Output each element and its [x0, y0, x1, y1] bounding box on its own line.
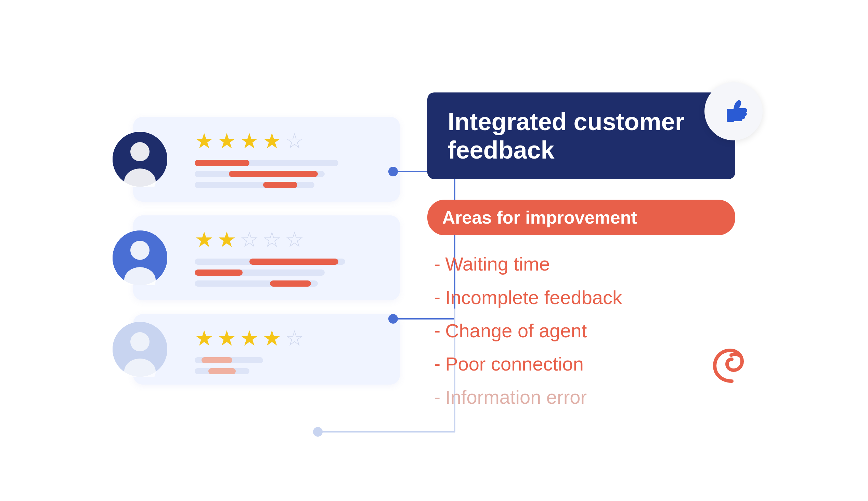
- thumbs-up-icon: [704, 82, 762, 140]
- areas-badge: Areas for improvement: [427, 200, 735, 235]
- bar-track: [195, 368, 250, 374]
- improvement-label: Waiting time: [445, 252, 550, 275]
- main-container: ★ ★ ★ ★ ☆: [24, 20, 845, 482]
- bar-fill: [270, 280, 311, 287]
- bar-row: [195, 357, 385, 363]
- star-filled: ★: [240, 130, 259, 152]
- bar-fill: [201, 357, 232, 363]
- stars-2: ★ ★ ☆ ☆ ☆: [195, 229, 385, 250]
- star-filled: ★: [217, 130, 237, 152]
- bar-track: [195, 269, 325, 276]
- review-card-1: ★ ★ ★ ★ ☆: [133, 117, 400, 202]
- bar-group-3: [195, 357, 385, 374]
- improvement-label: Information error: [445, 386, 587, 408]
- star-empty: ☆: [285, 130, 304, 152]
- bar-row: [195, 171, 385, 177]
- bar-fill: [195, 269, 243, 276]
- review-card-3: ★ ★ ★ ★ ☆: [133, 314, 400, 385]
- bar-fill: [195, 160, 250, 166]
- star-filled: ★: [195, 130, 214, 152]
- bar-track: [195, 171, 325, 177]
- svg-point-1: [130, 142, 150, 161]
- stars-3: ★ ★ ★ ★ ☆: [195, 328, 385, 349]
- right-side: Integrated customer feedback Areas for i…: [427, 93, 735, 409]
- bar-track: [195, 357, 263, 363]
- dash-icon: -: [434, 321, 441, 340]
- stars-1: ★ ★ ★ ★ ☆: [195, 130, 385, 152]
- bar-row: [195, 160, 385, 166]
- star-filled: ★: [262, 130, 282, 152]
- bar-track: [195, 258, 345, 265]
- improvement-item-incomplete-feedback: - Incomplete feedback: [434, 286, 735, 309]
- star-empty: ☆: [262, 229, 282, 250]
- bar-row: [195, 258, 385, 265]
- star-empty: ☆: [285, 229, 304, 250]
- feedback-header: Integrated customer feedback: [427, 93, 735, 179]
- dash-icon: -: [434, 254, 441, 274]
- dash-icon: -: [434, 388, 441, 407]
- star-filled: ★: [240, 328, 259, 349]
- bar-track: [195, 160, 338, 166]
- bar-row: [195, 280, 385, 287]
- bar-track: [195, 182, 315, 188]
- star-filled: ★: [217, 229, 237, 250]
- avatar-1: [112, 132, 167, 186]
- left-side: ★ ★ ★ ★ ☆: [133, 117, 400, 385]
- star-empty: ☆: [240, 229, 259, 250]
- bar-group-1: [195, 160, 385, 188]
- star-filled: ★: [195, 328, 214, 349]
- bar-row: [195, 269, 385, 276]
- dash-icon: -: [434, 288, 441, 307]
- improvement-item-information-error: - Information error: [434, 386, 735, 408]
- svg-point-7: [130, 332, 150, 351]
- bar-row: [195, 182, 385, 188]
- swirl-decoration: [708, 340, 756, 388]
- svg-point-14: [313, 427, 323, 437]
- bar-fill: [250, 258, 338, 265]
- svg-point-4: [130, 241, 150, 260]
- star-filled: ★: [195, 229, 214, 250]
- feedback-title: Integrated customer feedback: [448, 107, 715, 164]
- bar-track: [195, 280, 318, 287]
- star-filled: ★: [262, 328, 282, 349]
- improvement-label: Incomplete feedback: [445, 286, 622, 309]
- svg-rect-17: [727, 109, 734, 122]
- bar-fill: [229, 171, 318, 177]
- bar-row: [195, 368, 385, 374]
- improvement-item-poor-connection: - Poor connection: [434, 352, 735, 375]
- star-filled: ★: [217, 328, 237, 349]
- improvement-item-waiting-time: - Waiting time: [434, 252, 735, 275]
- review-card-2: ★ ★ ☆ ☆ ☆: [133, 215, 400, 300]
- improvement-label: Change of agent: [445, 319, 587, 342]
- bar-fill: [263, 182, 297, 188]
- bar-fill: [208, 368, 236, 374]
- improvement-item-change-of-agent: - Change of agent: [434, 319, 735, 342]
- improvement-label: Poor connection: [445, 352, 584, 375]
- areas-badge-text: Areas for improvement: [442, 207, 637, 227]
- avatar-2: [112, 231, 167, 285]
- star-empty: ☆: [285, 328, 304, 349]
- bar-group-2: [195, 258, 385, 287]
- avatar-3: [112, 322, 167, 377]
- improvement-list: - Waiting time - Incomplete feedback - C…: [427, 252, 735, 408]
- dash-icon: -: [434, 354, 441, 373]
